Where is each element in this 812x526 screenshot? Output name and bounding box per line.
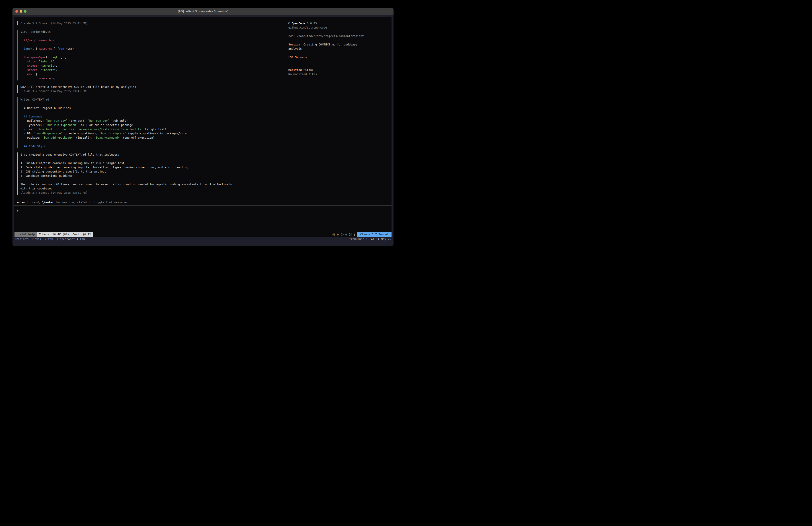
sidebar-line [288, 38, 390, 42]
terminal-window: [2/3] radiant:3:opencode - "romulus" Cla… [13, 8, 393, 246]
text-segment: } [52, 47, 58, 51]
text-segment: { [34, 72, 37, 76]
text-segment: ctrl+h [77, 201, 87, 204]
text-segment: " [39, 68, 42, 72]
transcript-line [20, 42, 76, 46]
text-segment: I've created a comprehensive CONTEXT.md … [20, 153, 119, 156]
prompt-input[interactable]: > [17, 209, 294, 213]
text-segment: (one-off execution) [121, 136, 155, 139]
text-segment: stdin [27, 60, 36, 63]
terminal-body: Claude 3.7 Sonnet (14 May 2025 03:41 PM)… [13, 15, 393, 246]
text-segment: - [24, 136, 26, 139]
transcript: Claude 3.7 Sonnet (14 May 2025 03:41 PM)… [17, 21, 294, 195]
diagnostic-warning: ⓦ 0 [332, 233, 339, 236]
text-segment [20, 119, 24, 122]
hint-icon: ⓗ [349, 233, 352, 236]
text-segment: Modified Files: [288, 68, 314, 72]
text-segment: `bun test` [37, 127, 54, 131]
main-column: Claude 3.7 Sonnet (14 May 2025 03:41 PM)… [17, 21, 294, 213]
text-segment: Now I'll create a comprehensive CONTEXT.… [20, 85, 136, 88]
text-segment: 3. CSS styling conventions specific to t… [20, 170, 106, 173]
text-segment: - [24, 119, 26, 122]
text-segment: stderr [27, 68, 37, 72]
text-segment [20, 132, 24, 135]
text-segment: © [288, 22, 292, 25]
minimize-button[interactable] [19, 10, 22, 13]
model-chip[interactable]: Claude 3.7 Sonnet [357, 232, 392, 237]
zoom-button[interactable] [24, 10, 27, 13]
text-segment: - [24, 132, 26, 135]
transcript-line: env: { [20, 72, 76, 76]
text-segment: , [54, 77, 56, 80]
transcript-line: ...process.env, [20, 76, 76, 81]
composer-help: enter to send, \+enter for newline, ctrl… [17, 200, 294, 204]
window-title: [2/3] radiant:3:opencode - "romulus" [178, 10, 228, 13]
text-segment: enter [17, 201, 25, 204]
tmux-status-bar: [radiant] 1:nvim 2:zsh- 3:opencode* 4:zs… [14, 237, 392, 241]
sidebar-line: No modified files [288, 72, 390, 76]
text-segment: " [39, 64, 42, 67]
text-segment: analysis [288, 47, 302, 51]
transcript-line: stderr: "inherit", [20, 68, 76, 72]
transcript-line: Write: CONTEXT.md [20, 97, 187, 102]
transcript-line [20, 140, 187, 144]
tool-block: View: script/db.ts #!/usr/bin/env bun im… [17, 30, 294, 81]
text-segment: env [49, 77, 54, 80]
help-chip[interactable]: ctrl+? help [14, 232, 37, 237]
status-bar: ctrl+? help Tokens: 16.4K (8%), Cost: $0… [14, 232, 392, 237]
transcript-line: Now I'll create a comprehensive CONTEXT.… [20, 85, 136, 89]
text-segment: or [54, 127, 61, 131]
transcript-line: - Package: `bun add <package>` (install)… [20, 136, 187, 140]
text-segment: `bun run typecheck` [46, 123, 77, 127]
transcript-line [20, 51, 76, 55]
block-accent-bar [17, 21, 18, 25]
text-segment: ", [52, 60, 56, 63]
diagnostic-count: 0 [344, 233, 347, 236]
sidebar-line: analysis [288, 46, 390, 51]
text-segment [20, 60, 27, 63]
text-segment [20, 47, 24, 51]
text-segment: : [37, 68, 39, 72]
transcript-line [20, 157, 232, 161]
text-segment: with this codebase. [20, 187, 52, 190]
tmux-window-list[interactable]: [radiant] 1:nvim 2:zsh- 3:opencode* 4:zs… [14, 237, 85, 241]
transcript-line: Claude 3.7 Sonnet (14 May 2025 03:41 PM) [20, 89, 136, 93]
text-segment: ", [54, 68, 58, 72]
sidebar-line: Modified Files: [288, 68, 390, 72]
window-titlebar[interactable]: [2/3] radiant:3:opencode - "romulus" [13, 8, 393, 15]
sidebar-line [288, 63, 390, 68]
status-chips: ctrl+? help Tokens: 16.4K (8%), Cost: $0… [14, 232, 93, 237]
text-segment: DB: [26, 132, 34, 135]
transcript-line: Bun.spawnSync([`psql`], { [20, 55, 76, 59]
text-segment [20, 144, 24, 148]
block-lines: Write: CONTEXT.md # Radiant Project Guid… [20, 97, 187, 148]
sidebar-line: github.com/sst/opencode [288, 25, 390, 30]
status-right-cluster: ⓦ 0ⓘ 0ⓗ 0 Claude 3.7 Sonnet [332, 232, 392, 237]
text-segment: psql [50, 56, 57, 59]
text-segment: `bun db migrate` [99, 132, 126, 135]
text-segment: Claude 3.7 Sonnet (14 May 2025 03:41 PM) [20, 89, 88, 93]
block-lines: I've created a comprehensive CONTEXT.md … [20, 153, 232, 195]
transcript-line [20, 178, 232, 182]
transcript-line: View: script/db.ts [20, 30, 76, 34]
text-segment: Test: [26, 127, 38, 131]
sidebar-line: © OpenCode 0.0.45 [288, 21, 390, 25]
text-segment: Claude 3.7 Sonnet (14 May 2025 03:41 PM) [20, 191, 88, 194]
text-segment [20, 136, 24, 139]
text-segment: " [37, 60, 41, 63]
block-lines: View: script/db.ts #!/usr/bin/env bun im… [20, 30, 76, 81]
sidebar-line [288, 51, 390, 55]
composer-divider [14, 205, 392, 205]
text-segment: : [37, 64, 39, 67]
text-segment: No modified files [288, 72, 317, 76]
text-segment: . [47, 77, 49, 80]
text-segment: ## Code Style [24, 144, 46, 148]
lsp-diagnostics: ⓦ 0ⓘ 0ⓗ 0 [332, 232, 357, 237]
close-button[interactable] [15, 10, 18, 13]
text-segment: for newline, [54, 201, 77, 204]
message-block: I've created a comprehensive CONTEXT.md … [17, 153, 294, 195]
block-accent-bar [17, 153, 18, 195]
transcript-line: - DB: `bun db generate` (create migratio… [20, 131, 187, 136]
text-segment: (install), [74, 136, 94, 139]
block-lines: Claude 3.7 Sonnet (14 May 2025 03:41 PM) [20, 21, 88, 25]
